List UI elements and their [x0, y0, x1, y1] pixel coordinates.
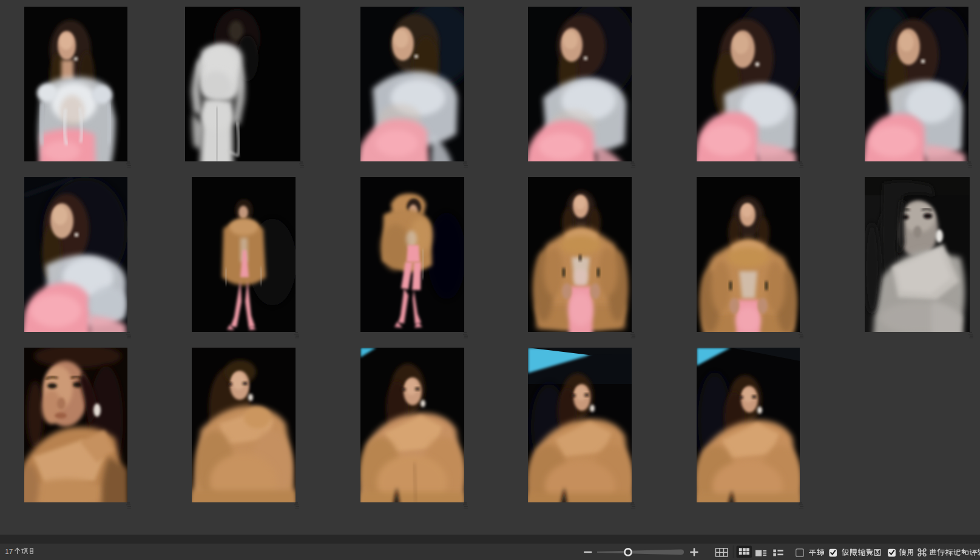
- svg-text:17: 17: [5, 548, 13, 555]
